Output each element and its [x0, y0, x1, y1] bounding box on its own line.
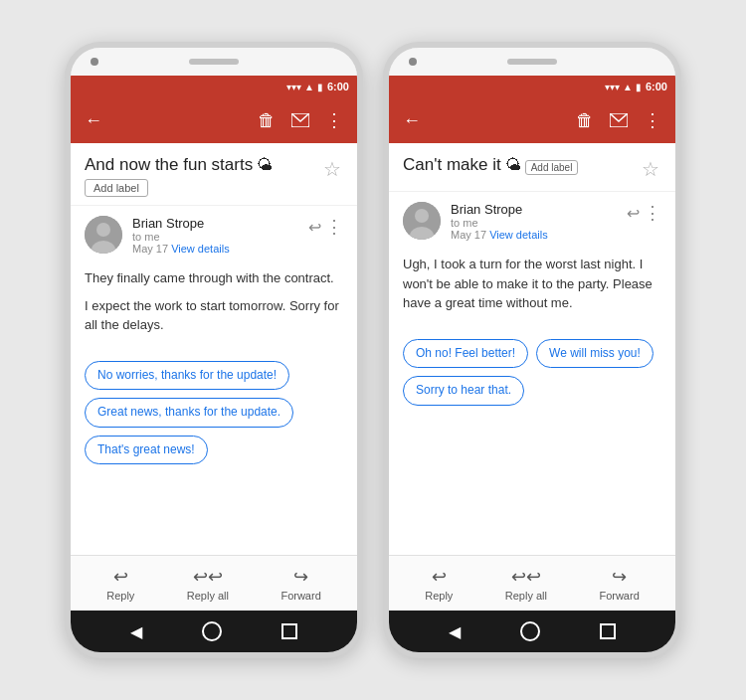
- phone-1: ▾▾▾ ▲ ▮ 6:00 ← 🗑: [65, 42, 363, 658]
- star-icon-2[interactable]: ☆: [640, 155, 661, 183]
- sender-info-1: Brian Strope to me May 17 View details: [132, 216, 298, 255]
- view-details-1[interactable]: View details: [171, 243, 230, 255]
- smart-replies-2: Oh no! Feel better! We will miss you! So…: [389, 331, 675, 418]
- email-subject-1: And now the fun starts 🌤: [85, 155, 321, 175]
- toolbar-1: ← 🗑 ⋮: [71, 97, 357, 143]
- back-nav-1[interactable]: ◀: [130, 622, 142, 641]
- back-button-2[interactable]: ←: [397, 104, 427, 137]
- sender-to-2: to me: [451, 217, 617, 229]
- view-details-2[interactable]: View details: [489, 229, 548, 241]
- email-content-2: Can't make it 🌤 Add label ☆: [389, 143, 675, 555]
- nav-bar-2: ◀: [389, 611, 675, 652]
- reply-label-1: Reply: [106, 590, 134, 602]
- screen-2: ▾▾▾ ▲ ▮ 6:00 ← 🗑: [389, 76, 675, 611]
- smart-reply-1c[interactable]: That's great news!: [85, 436, 208, 465]
- body-text-2a: Ugh, I took a turn for the worst last ni…: [403, 255, 661, 313]
- reply-label-2: Reply: [425, 590, 453, 602]
- email-body-2: Ugh, I took a turn for the worst last ni…: [389, 245, 675, 331]
- action-bar-1: ↩ Reply ↩↩ Reply all ↪ Forward: [71, 555, 357, 611]
- home-nav-2[interactable]: [520, 621, 540, 641]
- signal-icon-2: ▾▾▾: [605, 82, 620, 92]
- smart-reply-2c[interactable]: Sorry to hear that.: [403, 376, 524, 406]
- camera-1: [91, 58, 98, 66]
- reply-all-icon-2: ↩↩: [511, 566, 541, 588]
- delete-button-2[interactable]: 🗑: [570, 103, 600, 137]
- sender-to-1: to me: [132, 231, 298, 243]
- subject-text-2: Can't make it: [403, 155, 501, 175]
- add-label-button-2[interactable]: Add label: [525, 160, 579, 175]
- forward-icon-2: ↪: [612, 566, 627, 588]
- wifi-icon-1: ▲: [304, 82, 314, 92]
- mail-button-2[interactable]: [604, 103, 634, 137]
- reply-all-label-1: Reply all: [187, 590, 229, 602]
- more-button-2[interactable]: ⋮: [638, 103, 667, 137]
- reply-icon-1: ↩: [113, 566, 128, 588]
- time-2: 6:00: [646, 81, 667, 92]
- toolbar-right-1: 🗑 ⋮: [252, 103, 349, 137]
- camera-2: [409, 58, 417, 66]
- star-icon-1[interactable]: ☆: [321, 155, 343, 183]
- sender-date-1: May 17 View details: [132, 243, 298, 255]
- status-icons-1: ▾▾▾ ▲ ▮: [286, 82, 323, 92]
- email-title-section-2: Can't make it 🌤 Add label: [403, 155, 640, 175]
- delete-button-1[interactable]: 🗑: [252, 103, 281, 137]
- sender-name-2: Brian Strope: [451, 202, 617, 217]
- more-button-1[interactable]: ⋮: [319, 103, 349, 137]
- phone-top-1: [71, 48, 357, 76]
- status-bar-1: ▾▾▾ ▲ ▮ 6:00: [71, 76, 357, 97]
- toolbar-2: ← 🗑 ⋮: [389, 97, 675, 143]
- sender-actions-2: ↩ ⋮: [627, 202, 661, 224]
- screen-1: ▾▾▾ ▲ ▮ 6:00 ← 🗑: [71, 76, 357, 611]
- back-button-1[interactable]: ←: [79, 104, 108, 137]
- sender-row-1: Brian Strope to me May 17 View details ↩…: [71, 206, 357, 259]
- add-label-button-1[interactable]: Add label: [85, 179, 148, 197]
- recent-nav-2[interactable]: [600, 623, 616, 639]
- recent-nav-1[interactable]: [281, 623, 297, 639]
- sender-actions-1: ↩ ⋮: [308, 216, 343, 238]
- back-nav-2[interactable]: ◀: [449, 622, 461, 641]
- mail-button-1[interactable]: [285, 103, 315, 137]
- reply-all-button-2[interactable]: ↩↩ Reply all: [497, 562, 555, 606]
- forward-button-1[interactable]: ↪ Forward: [273, 562, 328, 606]
- svg-point-6: [415, 209, 429, 223]
- smart-reply-1a[interactable]: No worries, thanks for the update!: [85, 361, 289, 391]
- smart-reply-1b[interactable]: Great news, thanks for the update.: [85, 398, 293, 428]
- avatar-2: [403, 202, 441, 240]
- sender-name-1: Brian Strope: [132, 216, 298, 231]
- email-subject-2: Can't make it 🌤 Add label: [403, 155, 640, 175]
- svg-point-2: [96, 223, 110, 237]
- subject-emoji-1: 🌤: [257, 156, 273, 174]
- speaker-2: [507, 59, 557, 65]
- action-bar-2: ↩ Reply ↩↩ Reply all ↪ Forward: [389, 555, 675, 611]
- reply-all-label-2: Reply all: [505, 590, 547, 602]
- reply-all-button-1[interactable]: ↩↩ Reply all: [179, 562, 237, 606]
- more-options-2[interactable]: ⋮: [644, 202, 661, 224]
- email-header-1: And now the fun starts 🌤 Add label ☆: [71, 143, 357, 206]
- battery-icon-1: ▮: [317, 82, 323, 92]
- reply-button-2[interactable]: ↩ Reply: [417, 562, 461, 606]
- reply-icon-small-2[interactable]: ↩: [627, 204, 640, 223]
- more-options-1[interactable]: ⋮: [325, 216, 343, 238]
- status-bar-2: ▾▾▾ ▲ ▮ 6:00: [389, 76, 675, 97]
- body-text-1b: I expect the work to start tomorrow. Sor…: [85, 296, 343, 335]
- nav-bar-1: ◀: [71, 611, 357, 652]
- forward-icon-1: ↪: [293, 566, 308, 588]
- forward-button-2[interactable]: ↪ Forward: [591, 562, 647, 606]
- toolbar-right-2: 🗑 ⋮: [570, 103, 667, 137]
- smart-reply-2b[interactable]: We will miss you!: [536, 339, 653, 369]
- home-nav-1[interactable]: [202, 621, 222, 641]
- reply-icon-small-1[interactable]: ↩: [308, 218, 321, 237]
- body-text-1a: They finally came through with the contr…: [85, 268, 343, 288]
- email-title-section-1: And now the fun starts 🌤 Add label: [85, 155, 321, 197]
- phone-2: ▾▾▾ ▲ ▮ 6:00 ← 🗑: [383, 42, 681, 658]
- reply-all-icon-1: ↩↩: [193, 566, 223, 588]
- reply-button-1[interactable]: ↩ Reply: [98, 562, 142, 606]
- smart-replies-1: No worries, thanks for the update! Great…: [71, 353, 357, 477]
- smart-reply-2a[interactable]: Oh no! Feel better!: [403, 339, 528, 369]
- email-header-2: Can't make it 🌤 Add label ☆: [389, 143, 675, 192]
- sender-row-2: Brian Strope to me May 17 View details ↩…: [389, 192, 675, 245]
- email-body-1: They finally came through with the contr…: [71, 259, 357, 353]
- avatar-1: [85, 216, 122, 254]
- battery-icon-2: ▮: [636, 82, 642, 92]
- sender-info-2: Brian Strope to me May 17 View details: [451, 202, 617, 241]
